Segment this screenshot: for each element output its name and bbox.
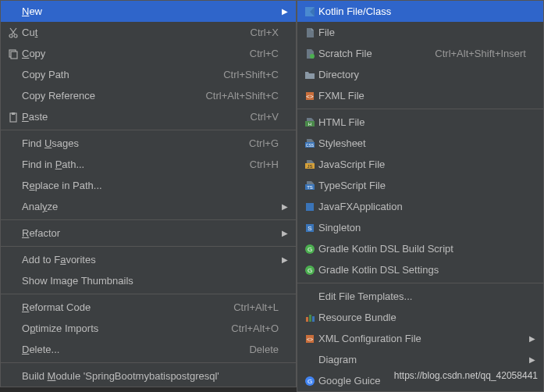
menu-item-label: Delete... [22,344,233,355]
html-icon: H [301,117,318,128]
right-menu-item-gradle-kotlin-dsl-build-script[interactable]: GGradle Kotlin DSL Build Script [297,238,543,259]
menu-item-label: Show Image Thumbnails [22,275,279,287]
left-menu-item-paste[interactable]: PasteCtrl+V [1,106,296,127]
menu-item-label: Kotlin File/Class [318,5,526,17]
menu-item-label: Copy Reference [22,90,190,102]
svg-text:G: G [308,378,312,385]
menu-separator [1,294,296,294]
menu-item-label: Add to Favorites [22,254,279,265]
svg-point-1 [14,34,17,37]
left-menu-item-find-in-path[interactable]: Find in Path...Ctrl+H [1,154,296,175]
right-menu-item-kotlin-file-class[interactable]: Kotlin File/Class [297,1,543,22]
right-menu-item-html-file[interactable]: HHTML File [297,112,543,133]
menu-item-label: XML Configuration File [318,333,526,344]
svg-text:CSS: CSS [306,143,315,148]
right-menu-item-diagram[interactable]: Diagram▶ [297,349,543,370]
left-menu-item-copy-path[interactable]: Copy PathCtrl+Shift+C [1,64,296,85]
svg-text:JS: JS [307,164,312,169]
folder-icon [301,69,318,80]
kotlin-icon [301,6,318,17]
menu-item-label: New [22,5,279,17]
submenu-arrow-icon: ▶ [279,229,288,237]
menu-item-label: Find Usages [22,137,233,149]
menu-item-shortcut: Ctrl+Alt+Shift+C [205,90,279,102]
menu-item-label: Gradle Kotlin DSL Build Script [318,243,526,255]
cut-icon [5,27,22,38]
left-menu-item-show-image-thumbnails[interactable]: Show Image Thumbnails [1,270,296,291]
menu-item-label: Copy Path [22,69,208,80]
submenu-arrow-icon: ▶ [279,7,288,16]
left-menu-item-add-to-favorites[interactable]: Add to Favorites▶ [1,249,296,270]
left-menu-item-analyze[interactable]: Analyze▶ [1,196,296,217]
left-menu-item-replace-in-path[interactable]: Replace in Path... [1,175,296,196]
submenu-arrow-icon: ▶ [526,355,535,364]
svg-rect-28 [309,315,311,322]
right-menu-item-javascript-file[interactable]: JSJavaScript File [297,154,543,175]
menu-item-label: Find in Path... [22,159,234,170]
fxml-icon: <> [301,91,318,102]
menu-item-label: JavaScript File [318,159,526,170]
menu-item-label: Diagram [318,354,526,365]
left-menu-item-copy[interactable]: CopyCtrl+C [1,43,296,64]
menu-item-label: HTML File [318,116,526,128]
menu-item-label: Analyze [22,201,279,212]
menu-item-label: Gradle Kotlin DSL Settings [318,264,526,276]
watermark-text: https://blog.csdn.net/qq_42058441 [394,370,538,381]
menu-item-label: File [318,27,526,38]
xml-icon: <> [301,333,318,344]
menu-item-label: Optimize Imports [22,323,215,334]
svg-rect-20 [306,203,314,211]
left-menu-item-optimize-imports[interactable]: Optimize ImportsCtrl+Alt+O [1,318,296,339]
left-menu-item-reformat-code[interactable]: Reformat CodeCtrl+Alt+L [1,297,296,318]
right-menu-item-xml-configuration-file[interactable]: <>XML Configuration File▶ [297,328,543,349]
svg-point-0 [9,34,12,37]
menu-separator [1,219,296,220]
menu-item-shortcut: Ctrl+C [250,48,279,59]
right-menu-item-scratch-file[interactable]: Scratch FileCtrl+Alt+Shift+Insert [297,43,543,64]
menu-item-shortcut: Ctrl+Alt+O [231,323,279,334]
menu-item-shortcut: Ctrl+V [251,111,279,123]
left-menu-item-copy-reference[interactable]: Copy ReferenceCtrl+Alt+Shift+C [1,85,296,106]
menu-item-label: Copy [22,48,234,59]
right-menu-item-javafxapplication[interactable]: JavaFXApplication [297,196,543,217]
gradle-icon: G [301,244,318,255]
menu-item-label: FXML File [318,90,526,102]
submenu-arrow-icon: ▶ [279,255,288,264]
svg-text:H: H [308,122,311,127]
right-menu-item-typescript-file[interactable]: TSTypeScript File [297,175,543,196]
jfx-icon [301,201,318,212]
ts-icon: TS [301,180,318,191]
menu-item-label: Scratch File [318,48,419,59]
left-menu-item-build-module-springbootmybatispostgresql[interactable]: Build Module 'SpringBootmybatispostgresq… [1,365,296,387]
right-menu-item-file[interactable]: File [297,22,543,43]
menu-item-label: Build Module 'SpringBootmybatispostgresq… [22,370,279,382]
right-menu-item-stylesheet[interactable]: CSSStylesheet [297,133,543,154]
menu-item-label: Cut [22,27,235,38]
left-menu-item-find-usages[interactable]: Find UsagesCtrl+G [1,133,296,154]
right-menu-item-gradle-kotlin-dsl-settings[interactable]: GGradle Kotlin DSL Settings [297,259,543,280]
right-menu-item-fxml-file[interactable]: <>FXML File [297,85,543,106]
left-menu-item-cut[interactable]: CutCtrl+X [1,22,296,43]
copy-icon [5,48,22,59]
right-menu-item-edit-file-templates[interactable]: Edit File Templates... [297,286,543,307]
menu-item-label: Singleton [318,222,526,233]
menu-separator [1,362,296,363]
right-menu-item-resource-bundle[interactable]: Resource Bundle [297,307,543,328]
js-icon: JS [301,159,318,170]
menu-item-shortcut: Ctrl+Alt+Shift+Insert [435,48,526,59]
menu-item-shortcut: Ctrl+Shift+C [223,69,279,80]
left-menu-item-new[interactable]: New▶ [1,1,296,22]
left-menu-item-refactor[interactable]: Refactor▶ [1,223,296,244]
scratch-icon [301,48,318,59]
right-menu-item-singleton[interactable]: SSingleton [297,217,543,238]
svg-text:S: S [308,225,311,232]
resource-icon [301,312,318,323]
google-icon: G [301,376,318,387]
left-menu-item-delete[interactable]: Delete...Delete [1,339,296,360]
menu-separator [297,109,543,109]
right-menu-item-directory[interactable]: Directory [297,64,543,85]
menu-item-shortcut: Ctrl+G [249,137,279,149]
svg-text:<>: <> [306,93,314,100]
menu-item-shortcut: Delete [249,344,279,355]
svg-rect-29 [312,316,315,322]
